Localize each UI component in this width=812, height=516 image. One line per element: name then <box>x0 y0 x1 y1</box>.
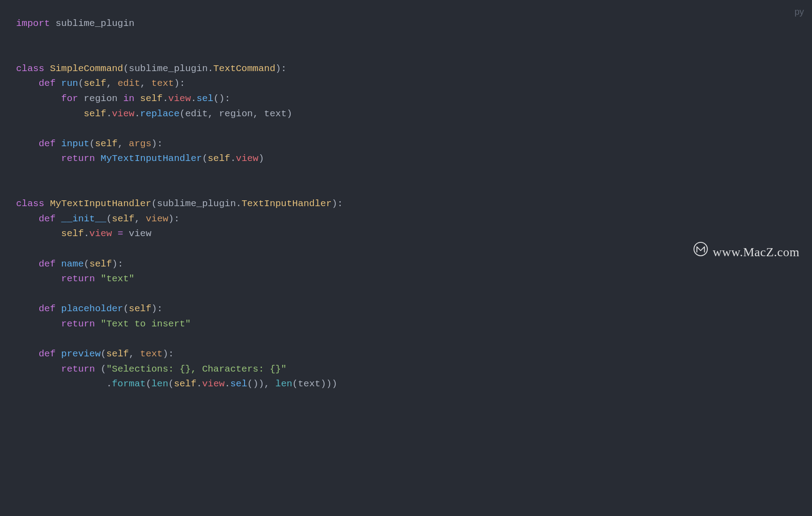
attr: view <box>236 153 258 164</box>
punct: . <box>106 379 112 389</box>
arg: region <box>219 109 253 119</box>
watermark-logo-icon <box>693 241 708 263</box>
method-call: sel <box>230 379 247 389</box>
keyword-import: import <box>16 18 50 29</box>
arg: text <box>264 109 287 119</box>
method-name: preview <box>61 349 101 359</box>
param: text <box>152 78 174 89</box>
punct: ( <box>101 364 106 374</box>
punct: . <box>224 379 230 389</box>
code-editor-content[interactable]: import sublime_plugin class SimpleComman… <box>0 0 812 392</box>
arg: text <box>298 379 320 389</box>
builtin-call: len <box>151 379 168 389</box>
param-self: self <box>84 78 106 89</box>
keyword-def: def <box>38 78 55 89</box>
param: view <box>146 214 168 224</box>
punct: , <box>253 109 264 119</box>
language-badge: py <box>795 4 804 19</box>
punct: ): <box>152 304 163 314</box>
punct: ( <box>151 199 157 209</box>
punct: . <box>230 153 236 164</box>
punct: . <box>135 109 140 119</box>
punct: ( <box>123 63 129 74</box>
keyword-return: return <box>61 153 95 164</box>
param-self: self <box>106 349 129 359</box>
base-class: TextCommand <box>213 63 275 74</box>
param: edit <box>118 78 140 89</box>
keyword-return: return <box>61 274 95 284</box>
attr: view <box>112 109 134 119</box>
punct: , <box>118 139 129 149</box>
module-name: sublime_plugin <box>55 18 134 29</box>
keyword-return: return <box>61 319 95 329</box>
punct: . <box>191 93 197 104</box>
punct: ( <box>106 214 112 224</box>
keyword-def: def <box>38 139 55 149</box>
string-literal: "Text to insert" <box>101 319 191 329</box>
base-class: TextInputHandler <box>241 199 332 209</box>
var: region <box>84 93 118 104</box>
param-self: self <box>95 139 117 149</box>
method-name: run <box>61 78 78 89</box>
keyword-def: def <box>38 259 55 269</box>
class-name: SimpleCommand <box>50 63 123 74</box>
arg: edit <box>185 109 207 119</box>
punct: . <box>106 109 112 119</box>
method-call: sel <box>196 93 213 104</box>
param-self: self <box>112 214 134 224</box>
class-call: MyTextInputHandler <box>101 153 202 164</box>
keyword-return: return <box>61 364 95 374</box>
punct: . <box>236 199 242 209</box>
builtin-call: format <box>112 379 146 389</box>
param: args <box>129 139 151 149</box>
method-name: name <box>61 259 84 269</box>
builtin-call: len <box>275 379 292 389</box>
punct: ( <box>146 379 152 389</box>
punct: . <box>196 379 202 389</box>
method-name: __init__ <box>61 214 106 224</box>
punct: (): <box>213 93 230 104</box>
punct: ( <box>78 78 84 89</box>
punct: , <box>129 349 140 359</box>
punct: , <box>135 214 146 224</box>
string-literal: "Selections: {}, Characters: {}" <box>106 364 287 374</box>
punct: ): <box>332 199 343 209</box>
punct: ()), <box>247 379 275 389</box>
op-assign: = <box>118 228 123 239</box>
punct: ): <box>112 259 123 269</box>
self-ref: self <box>84 109 106 119</box>
method-name: placeholder <box>61 304 123 314</box>
punct: ( <box>89 139 95 149</box>
self-ref: self <box>174 379 196 389</box>
punct: ) <box>258 153 264 164</box>
punct: . <box>208 63 214 74</box>
punct: ): <box>174 78 185 89</box>
punct: ( <box>168 379 174 389</box>
watermark-text: www.MacZ.com <box>713 242 799 262</box>
punct: ): <box>168 214 179 224</box>
punct: ): <box>152 139 163 149</box>
attr: view <box>168 93 190 104</box>
method-call: replace <box>140 109 179 119</box>
var: view <box>129 228 151 239</box>
param-self: self <box>89 259 112 269</box>
self-ref: self <box>61 228 84 239</box>
punct: ( <box>180 109 186 119</box>
method-name: input <box>61 139 89 149</box>
punct: ( <box>123 304 129 314</box>
punct: . <box>163 93 169 104</box>
keyword-def: def <box>38 214 55 224</box>
attr: view <box>202 379 224 389</box>
punct: , <box>208 109 219 119</box>
param-self: self <box>129 304 151 314</box>
attr: view <box>89 228 112 239</box>
punct: ( <box>101 349 106 359</box>
base-module: sublime_plugin <box>157 199 236 209</box>
punct: . <box>84 228 89 239</box>
keyword-in: in <box>123 93 134 104</box>
punct: , <box>140 78 151 89</box>
keyword-def: def <box>38 349 55 359</box>
base-module: sublime_plugin <box>129 63 207 74</box>
param: text <box>140 349 162 359</box>
punct: ) <box>287 109 292 119</box>
